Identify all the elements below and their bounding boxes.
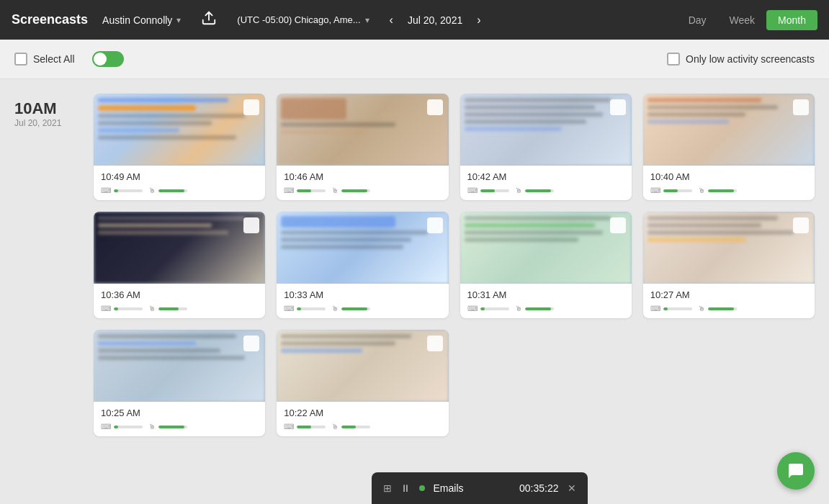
mouse-stat: 🖱 <box>148 423 187 431</box>
screencast-card[interactable]: 10:33 AM ⌨ 🖱 <box>277 212 448 318</box>
screencast-thumbnail <box>460 94 632 166</box>
screencast-card[interactable]: 10:31 AM ⌨ 🖱 <box>460 212 632 318</box>
select-all-checkbox[interactable] <box>14 53 27 66</box>
timezone-label: (UTC -05:00) Chicago, Ame... <box>237 14 360 25</box>
keyboard-icon: ⌨ <box>284 186 294 194</box>
mouse-bar <box>341 189 367 192</box>
low-activity-label[interactable]: Only low activity screencasts <box>686 53 815 65</box>
timezone-chevron-icon: ▾ <box>365 15 369 25</box>
mouse-bar-container <box>525 189 554 192</box>
keyboard-bar <box>480 189 495 192</box>
screencast-card[interactable]: 10:49 AM ⌨ 🖱 <box>94 94 265 200</box>
mouse-bar <box>341 426 356 428</box>
mouse-icon: 🖱 <box>148 305 156 312</box>
screencast-checkbox[interactable] <box>610 217 626 233</box>
screencast-checkbox[interactable] <box>793 217 809 233</box>
toggle-switch[interactable] <box>92 51 124 67</box>
screencast-time: 10:49 AM <box>101 171 258 182</box>
keyboard-stat: ⌨ <box>284 186 326 194</box>
bottom-bar: ⊞ ⏸ Emails 00:35:22 ✕ <box>372 472 588 504</box>
screencast-time: 10:42 AM <box>467 171 624 182</box>
mouse-bar <box>525 189 551 192</box>
mouse-bar <box>708 189 734 192</box>
screencast-stats: ⌨ 🖱 <box>101 305 258 312</box>
next-date-button[interactable]: › <box>471 11 486 30</box>
screencast-card[interactable]: 10:22 AM ⌨ 🖱 <box>277 330 448 436</box>
user-selector[interactable]: Austin Connolly ▾ <box>97 12 187 29</box>
screencast-card[interactable]: 10:40 AM ⌨ 🖱 <box>643 94 815 200</box>
screencast-checkbox[interactable] <box>427 99 443 115</box>
keyboard-icon: ⌨ <box>101 305 111 312</box>
app-title: Screencasts <box>12 12 88 27</box>
keyboard-stat: ⌨ <box>101 186 143 194</box>
keyboard-stat: ⌨ <box>467 186 509 194</box>
keyboard-icon: ⌨ <box>650 186 660 194</box>
screencast-info: 10:33 AM ⌨ 🖱 <box>277 284 448 318</box>
screencast-time: 10:33 AM <box>284 289 441 300</box>
screencast-stats: ⌨ 🖱 <box>284 305 441 312</box>
screencast-checkbox[interactable] <box>427 336 443 351</box>
screencast-stats: ⌨ 🖱 <box>101 423 258 431</box>
mouse-stat: 🖱 <box>515 186 554 194</box>
mouse-icon: 🖱 <box>331 423 339 431</box>
select-all-label[interactable]: Select All <box>33 53 75 65</box>
mouse-bar <box>341 307 367 310</box>
screencast-time: 10:36 AM <box>101 289 258 300</box>
screencast-checkbox[interactable] <box>243 99 259 115</box>
low-activity-checkbox[interactable] <box>667 53 680 66</box>
screencast-checkbox[interactable] <box>793 99 809 115</box>
screencast-stats: ⌨ 🖱 <box>284 423 441 431</box>
screencast-checkbox[interactable] <box>243 217 259 233</box>
time-label: 10AM Jul 20, 2021 <box>14 94 79 490</box>
screencast-time: 10:46 AM <box>284 171 441 182</box>
keyboard-stat: ⌨ <box>101 305 143 312</box>
screencast-checkbox[interactable] <box>243 336 259 351</box>
select-all-area: Select All <box>14 51 124 67</box>
tab-week[interactable]: Week <box>718 10 767 30</box>
screencast-info: 10:31 AM ⌨ 🖱 <box>460 284 632 318</box>
mouse-stat: 🖱 <box>148 186 187 194</box>
status-dot <box>419 485 425 491</box>
screencast-card[interactable]: 10:46 AM ⌨ 🖱 <box>277 94 448 200</box>
keyboard-stat: ⌨ <box>650 305 692 312</box>
mouse-bar-container <box>525 307 554 310</box>
screencast-time: 10:31 AM <box>467 289 624 300</box>
screencast-card[interactable]: 10:25 AM ⌨ 🖱 <box>94 330 265 436</box>
screencast-card[interactable]: 10:42 AM ⌨ 🖱 <box>460 94 632 200</box>
keyboard-icon: ⌨ <box>467 186 478 194</box>
time-hour: 10AM <box>14 99 79 118</box>
screencast-checkbox[interactable] <box>427 217 443 233</box>
screencast-info: 10:36 AM ⌨ 🖱 <box>94 284 265 318</box>
mouse-bar <box>525 307 551 310</box>
upload-button[interactable] <box>195 7 223 32</box>
time-date: Jul 20, 2021 <box>14 118 79 128</box>
screencast-info: 10:22 AM ⌨ 🖱 <box>277 402 448 436</box>
view-tabs: Day Week Month <box>677 10 817 30</box>
mouse-bar <box>158 426 184 428</box>
tab-month[interactable]: Month <box>766 10 817 30</box>
main-content: 10AM Jul 20, 2021 10:49 AM ⌨ <box>0 79 829 504</box>
screencast-card[interactable]: 10:27 AM ⌨ 🖱 <box>643 212 815 318</box>
prev-date-button[interactable]: ‹ <box>384 11 399 30</box>
screencast-checkbox[interactable] <box>610 99 626 115</box>
pause-icon[interactable]: ⏸ <box>400 482 411 494</box>
tab-day[interactable]: Day <box>677 10 718 30</box>
screencast-card[interactable]: 10:36 AM ⌨ 🖱 <box>94 212 265 318</box>
mouse-bar-container <box>708 189 737 192</box>
chat-button[interactable] <box>777 452 815 490</box>
mouse-icon: 🖱 <box>515 305 522 312</box>
keyboard-icon: ⌨ <box>101 423 111 431</box>
grid-icon: ⊞ <box>383 482 392 494</box>
keyboard-bar-container <box>480 189 509 192</box>
toggle-knob <box>94 53 107 66</box>
keyboard-bar-container <box>480 307 509 310</box>
keyboard-bar <box>480 307 485 310</box>
screencast-info: 10:40 AM ⌨ 🖱 <box>643 166 815 200</box>
screencast-thumbnail <box>277 94 448 166</box>
keyboard-bar <box>114 189 118 192</box>
screencast-thumbnail <box>94 330 265 402</box>
timezone-selector[interactable]: (UTC -05:00) Chicago, Ame... ▾ <box>231 12 375 28</box>
close-icon[interactable]: ✕ <box>568 482 576 494</box>
toolbar-right: Only low activity screencasts <box>667 53 815 66</box>
chat-icon <box>787 462 805 480</box>
